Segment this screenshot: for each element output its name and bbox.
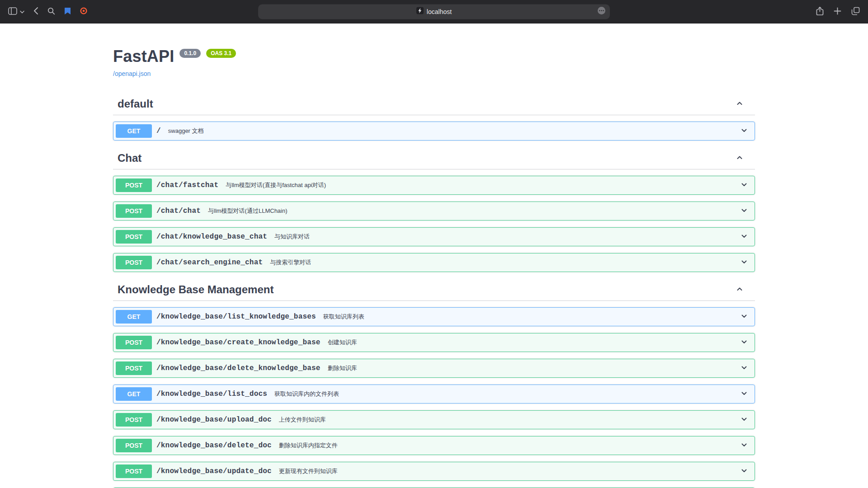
openapi-spec-link[interactable]: /openapi.json [113, 70, 151, 77]
expand-endpoint-button[interactable] [738, 232, 752, 242]
page-settings-button[interactable] [597, 6, 606, 17]
endpoint-description: 创建知识库 [328, 338, 357, 347]
oas-badge: OAS 3.1 [206, 49, 236, 58]
url-text: localhost [427, 8, 452, 15]
endpoint-description: 与llm模型对话(通过LLMChain) [208, 207, 288, 215]
section-header[interactable]: Knowledge Base Management [113, 279, 755, 301]
endpoint-row[interactable]: GET/knowledge_base/list_knowledge_bases获… [113, 307, 755, 326]
collapse-section-button[interactable] [733, 99, 746, 109]
endpoint-path: /chat/search_engine_chat [152, 258, 267, 267]
endpoint-summary: POST/knowledge_base/upload_doc上传文件到知识库 [113, 411, 755, 429]
search-button[interactable] [47, 7, 55, 16]
ellipsis-circle-icon [597, 9, 606, 16]
search-icon [47, 7, 55, 16]
section-title: default [118, 98, 153, 110]
back-button[interactable] [33, 7, 38, 16]
chevron-down-icon [20, 8, 24, 15]
expand-endpoint-button[interactable] [738, 312, 752, 322]
expand-endpoint-button[interactable] [738, 415, 752, 425]
endpoint-description: 上传文件到知识库 [279, 416, 326, 424]
chevron-down-icon [740, 126, 749, 136]
sidebar-menu-button[interactable] [20, 8, 24, 15]
expand-endpoint-button[interactable] [738, 180, 752, 191]
chevron-up-icon [735, 285, 744, 295]
bookmark-extension-button[interactable] [64, 7, 71, 16]
back-chevron-icon [33, 7, 38, 16]
endpoint-path: /knowledge_base/create_knowledge_base [152, 338, 325, 347]
target-extension-button[interactable] [80, 7, 87, 16]
new-tab-button[interactable] [834, 7, 841, 16]
collapse-section-button[interactable] [733, 153, 746, 164]
endpoint-description: 与知识库对话 [274, 233, 310, 241]
endpoint-row[interactable]: POST/chat/search_engine_chat与搜索引擎对话 [113, 253, 755, 272]
section-header[interactable]: default [113, 93, 755, 115]
endpoint-path: /chat/fastchat [152, 181, 223, 189]
http-method-badge: GET [116, 124, 152, 138]
api-section: defaultGET/swagger 文档 [113, 93, 755, 141]
version-badge: 0.1.0 [179, 49, 201, 58]
endpoint-row[interactable]: POST/knowledge_base/delete_knowledge_bas… [113, 359, 755, 378]
endpoint-summary: POST/chat/fastchat与llm模型对话(直接与fastchat a… [113, 176, 755, 194]
section-title: Chat [118, 152, 142, 164]
endpoint-summary: GET/swagger 文档 [113, 122, 755, 140]
endpoint-summary: POST/chat/knowledge_base_chat与知识库对话 [113, 228, 755, 246]
endpoint-description: 删除知识库 [328, 364, 357, 372]
tab-overview-button[interactable] [851, 7, 860, 17]
endpoint-row[interactable]: POST/knowledge_base/delete_doc删除知识库内指定文件 [113, 436, 755, 455]
endpoint-description: 与llm模型对话(直接与fastchat api对话) [226, 181, 326, 189]
endpoint-row[interactable]: POST/chat/chat与llm模型对话(通过LLMChain) [113, 202, 755, 221]
endpoint-summary: POST/chat/chat与llm模型对话(通过LLMChain) [113, 202, 755, 220]
endpoint-path: /knowledge_base/list_docs [152, 390, 272, 398]
api-sections: defaultGET/swagger 文档ChatPOST/chat/fastc… [113, 93, 755, 488]
expand-endpoint-button[interactable] [738, 206, 752, 216]
endpoint-row[interactable]: GET/knowledge_base/list_docs获取知识库内的文件列表 [113, 385, 755, 404]
expand-endpoint-button[interactable] [738, 338, 752, 348]
endpoint-path: /knowledge_base/delete_doc [152, 441, 276, 450]
http-method-badge: POST [116, 439, 152, 452]
section-header[interactable]: Chat [113, 147, 755, 169]
endpoint-description: 更新现有文件到知识库 [279, 467, 338, 475]
endpoint-description: 与搜索引擎对话 [270, 258, 311, 267]
browser-chrome: localhost [0, 0, 868, 23]
api-info: FastAPI 0.1.0 OAS 3.1 /openapi.json [113, 23, 755, 78]
endpoint-description: swagger 文档 [168, 127, 204, 135]
endpoint-summary: GET/knowledge_base/list_docs获取知识库内的文件列表 [113, 385, 755, 403]
expand-endpoint-button[interactable] [738, 258, 752, 268]
site-favicon [416, 7, 424, 16]
endpoint-row[interactable]: POST/knowledge_base/upload_doc上传文件到知识库 [113, 410, 755, 429]
http-method-badge: POST [116, 204, 152, 218]
http-method-badge: POST [116, 465, 152, 478]
endpoint-description: 获取知识库列表 [323, 313, 364, 321]
tab-overview-icon [851, 7, 860, 17]
chevron-down-icon [740, 258, 749, 268]
sidebar-toggle-button[interactable] [8, 7, 17, 16]
endpoint-row[interactable]: POST/knowledge_base/update_doc更新现有文件到知识库 [113, 462, 755, 481]
endpoint-row[interactable]: POST/chat/fastchat与llm模型对话(直接与fastchat a… [113, 176, 755, 195]
expand-endpoint-button[interactable] [738, 126, 752, 136]
endpoint-row[interactable]: GET/swagger 文档 [113, 122, 755, 141]
bookmark-extension-icon [64, 7, 71, 16]
endpoint-path: /knowledge_base/delete_knowledge_base [152, 364, 325, 372]
endpoint-row[interactable]: POST/chat/knowledge_base_chat与知识库对话 [113, 227, 755, 246]
endpoint-path: /knowledge_base/update_doc [152, 467, 276, 475]
endpoint-summary: POST/knowledge_base/update_doc更新现有文件到知识库 [113, 462, 755, 480]
endpoint-summary: POST/chat/search_engine_chat与搜索引擎对话 [113, 253, 755, 272]
endpoint-path: /chat/knowledge_base_chat [152, 233, 272, 241]
endpoint-summary: POST/knowledge_base/delete_doc删除知识库内指定文件 [113, 436, 755, 455]
http-method-badge: POST [116, 230, 152, 244]
chevron-down-icon [740, 441, 749, 451]
chevron-down-icon [740, 232, 749, 242]
http-method-badge: POST [116, 178, 152, 192]
expand-endpoint-button[interactable] [738, 466, 752, 477]
http-method-badge: POST [116, 336, 152, 349]
page-title: FastAPI [113, 47, 174, 66]
share-button[interactable] [816, 6, 824, 17]
expand-endpoint-button[interactable] [738, 389, 752, 399]
expand-endpoint-button[interactable] [738, 441, 752, 451]
endpoint-row[interactable]: POST/knowledge_base/create_knowledge_bas… [113, 333, 755, 352]
chevron-up-icon [735, 153, 744, 164]
section-title: Knowledge Base Management [118, 283, 274, 296]
expand-endpoint-button[interactable] [738, 363, 752, 374]
url-bar[interactable]: localhost [258, 4, 610, 19]
collapse-section-button[interactable] [733, 285, 746, 295]
